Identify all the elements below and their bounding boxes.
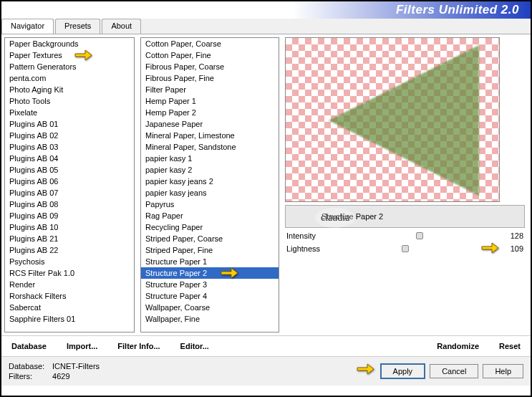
tab-navigator[interactable]: Navigator [1,19,54,34]
filter-item[interactable]: Fibrous Paper, Fine [141,72,279,84]
filter-item[interactable]: Mineral Paper, Limestone [141,130,279,141]
filter-item[interactable]: Structure Paper 3 [141,279,279,290]
filter-item[interactable]: Mineral Paper, Sandstone [141,141,279,153]
slider-track[interactable] [329,231,502,241]
category-list[interactable]: Paper BackgroundsPaper TexturesPattern G… [4,37,135,333]
app-title: Filters Unlimited 2.0 [396,3,519,17]
filter-item[interactable]: papier kasy jeans [141,187,279,198]
filter-item[interactable]: Striped Paper, Fine [141,244,279,256]
filter-item[interactable]: Wallpaper, Fine [141,313,279,325]
filter-item[interactable]: Striped Paper, Coarse [141,233,279,244]
filter-item[interactable]: Rag Paper [141,210,279,221]
category-item[interactable]: Plugins AB 09 [5,210,134,221]
filter-item[interactable]: Japanese Paper [141,118,279,130]
filter-item[interactable]: papier kasy 2 [141,164,279,176]
database-button[interactable]: Database [9,340,49,352]
randomize-button[interactable]: Randomize [434,340,482,352]
filter-item[interactable]: papier kasy 1 [141,153,279,164]
category-item[interactable]: Photo Aging Kit [5,84,134,95]
filter-item[interactable]: Papyrus [141,198,279,210]
preview-panel: Structure Paper 2 Intensity128Lightness1… [282,34,531,335]
category-item[interactable]: Plugins AB 22 [5,244,134,256]
pointer-icon [74,48,92,62]
filter-item[interactable]: Cotton Paper, Coarse [141,38,279,49]
slider-track[interactable] [329,244,502,254]
tab-bar: NavigatorPresetsAbout [1,19,531,34]
filters-value: 4629 [52,372,69,381]
filter-item[interactable]: Structure Paper 1 [141,256,279,267]
category-item[interactable]: Plugins AB 02 [5,130,134,141]
apply-button[interactable]: Apply [380,363,426,379]
category-item[interactable]: Plugins AB 07 [5,187,134,198]
footer-info: Database: ICNET-Filters Filters: 4629 [9,361,376,381]
reset-button[interactable]: Reset [496,340,523,352]
category-item[interactable]: Plugins AB 03 [5,141,134,153]
pointer-icon [480,241,499,255]
preview-image [285,37,500,202]
filter-item[interactable]: Structure Paper 4 [141,290,279,302]
filter-item[interactable]: Structure Paper 2 [141,267,279,279]
main-area: Paper BackgroundsPaper TexturesPattern G… [1,34,531,335]
filter-item[interactable]: Cotton Paper, Fine [141,49,279,61]
editor-button[interactable]: Editor... [178,340,212,352]
header: Filters Unlimited 2.0 [1,1,531,19]
category-item[interactable]: penta.com [5,72,134,84]
filter-list[interactable]: Cotton Paper, CoarseCotton Paper, FineFi… [140,37,279,333]
filter-item[interactable]: Filter Paper [141,84,279,95]
slider-thumb[interactable] [402,245,409,252]
category-item[interactable]: Plugins AB 04 [5,153,134,164]
category-item[interactable]: Plugins AB 05 [5,164,134,176]
db-label: Database: [9,361,50,371]
toolbar-row: Database Import... Filter Info... Editor… [1,335,531,357]
footer: Database: ICNET-Filters Filters: 4629 Ap… [1,357,531,386]
category-item[interactable]: Plugins AB 06 [5,176,134,187]
category-item[interactable]: Plugins AB 10 [5,221,134,233]
tab-presets[interactable]: Presets [55,19,100,34]
category-item[interactable]: Sapphire Filters 01 [5,313,134,325]
filter-item[interactable]: Hemp Paper 2 [141,107,279,118]
slider-label: Intensity [286,231,329,240]
pointer-icon [220,266,238,280]
category-item[interactable]: Plugins AB 01 [5,118,134,130]
slider-thumb[interactable] [416,232,423,239]
watermark: claudia [315,208,355,228]
category-item[interactable]: Sabercat [5,302,134,313]
slider-value: 109 [502,244,523,253]
slider-lightness[interactable]: Lightness109 [285,242,525,255]
category-item[interactable]: Rorshack Filters [5,290,134,302]
category-item[interactable]: Paper Textures [5,49,134,61]
filter-item[interactable]: Recycling Paper [141,221,279,233]
category-item[interactable]: RCS Filter Pak 1.0 [5,267,134,279]
import-button[interactable]: Import... [64,340,100,352]
filter-item[interactable]: Fibrous Paper, Coarse [141,61,279,72]
tab-about[interactable]: About [102,19,141,34]
filters-label: Filters: [9,371,50,381]
category-item[interactable]: Paper Backgrounds [5,38,134,49]
slider-label: Lightness [286,244,329,253]
preview-shape [329,45,479,196]
filter-info-button[interactable]: Filter Info... [115,340,163,352]
help-button[interactable]: Help [483,364,523,378]
cancel-button[interactable]: Cancel [430,364,478,378]
slider-value: 128 [502,231,523,240]
category-item[interactable]: Pattern Generators [5,61,134,72]
filter-item[interactable]: Hemp Paper 1 [141,95,279,107]
category-item[interactable]: Plugins AB 21 [5,233,134,244]
category-item[interactable]: Photo Tools [5,95,134,107]
category-item[interactable]: Plugins AB 08 [5,198,134,210]
category-item[interactable]: Pixelate [5,107,134,118]
db-value: ICNET-Filters [52,362,100,370]
category-item[interactable]: Psychosis [5,256,134,267]
category-item[interactable]: Render [5,279,134,290]
filter-item[interactable]: Wallpaper, Coarse [141,302,279,313]
filter-item[interactable]: papier kasy jeans 2 [141,176,279,187]
pointer-icon [356,362,374,376]
